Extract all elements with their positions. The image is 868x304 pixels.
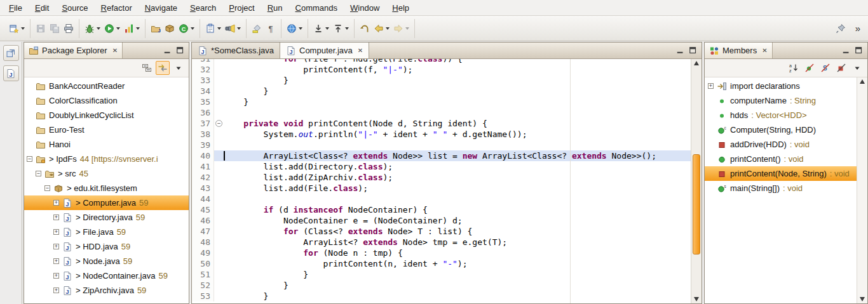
view-menu-button[interactable] (850, 61, 864, 75)
web-browser-dropdown-icon[interactable] (299, 27, 302, 30)
editor-body[interactable]: 31 for (File f : hdd.get(File.class)) {3… (192, 59, 702, 303)
tree-item-computer-java[interactable]: +J> Computer.java59 (24, 195, 189, 210)
code-line-43[interactable]: 43 list.add(File.class); (192, 183, 691, 194)
debug-dropdown-icon[interactable] (97, 27, 100, 30)
tree-item-euro-test[interactable]: Euro-Test (24, 122, 189, 137)
show-whitespace-button[interactable]: ¶ (264, 22, 278, 36)
web-browser-button[interactable] (285, 22, 304, 36)
new-wizard-dropdown-icon[interactable] (21, 27, 25, 30)
link-with-editor-button[interactable] (156, 61, 170, 75)
package-explorer-tab[interactable]: Package Explorer ✕ (24, 43, 123, 58)
new-wizard-button[interactable] (7, 22, 27, 36)
minimize-icon[interactable] (841, 45, 852, 56)
next-annotation-dropdown-icon[interactable] (325, 27, 329, 30)
print-button[interactable] (62, 22, 76, 36)
maximize-icon[interactable] (175, 45, 186, 56)
code-line-53[interactable]: 53 } (192, 291, 691, 301)
member-item-adddrive-hdd[interactable]: addDrive(HDD) : void (705, 137, 857, 152)
new-package-button[interactable] (163, 22, 177, 36)
member-item-main-string[interactable]: smain(String[]) : void (705, 181, 857, 195)
new-java-project-button[interactable]: J (149, 22, 163, 36)
restore-views-button[interactable] (3, 45, 19, 61)
tree-item-node-java[interactable]: +J> Node.java59 (24, 254, 189, 268)
search-button[interactable] (223, 22, 243, 36)
editor-tab-computer-java[interactable]: JComputer.java✕ (280, 43, 369, 58)
tree-item-edu-kit-filesystem[interactable]: −> edu.kit.filesystem (24, 181, 189, 195)
tree-item-ipdfs[interactable]: −> IpdFs44 [https://svnserver.i (24, 152, 189, 166)
code-line-47[interactable]: 47 for (Class<? extends Node> T : list) … (192, 226, 691, 237)
collapse-icon[interactable]: − (27, 156, 32, 162)
maximize-icon[interactable] (688, 45, 699, 56)
members-tab[interactable]: Members ✕ (705, 43, 773, 58)
code-line-38[interactable]: 38 System.out.println("|-" + ident + " "… (192, 129, 691, 140)
member-item-printcontent-node-string[interactable]: printContent(Node, String) : void (705, 166, 857, 181)
toolbar-overflow-chevron[interactable]: » (853, 22, 863, 35)
menu-run[interactable]: Run (261, 1, 289, 15)
expand-icon[interactable]: + (53, 215, 59, 220)
previous-annotation-dropdown-icon[interactable] (345, 27, 349, 30)
expand-icon[interactable]: + (53, 244, 59, 249)
code-line-49[interactable]: 49 for (Node n : tmp) { (192, 248, 691, 258)
menu-edit[interactable]: Edit (29, 1, 55, 15)
hide-static-button[interactable]: S (818, 61, 832, 75)
toggle-mark-occurrences-button[interactable] (250, 22, 264, 36)
code-line-32[interactable]: 32 printContent(f, "|-"); (192, 64, 691, 75)
coverage-dropdown-icon[interactable] (136, 27, 140, 30)
code-line-35[interactable]: 35 } (192, 96, 691, 107)
code-line-41[interactable]: 41 list.add(Directory.class); (192, 161, 691, 172)
scroll-up-icon[interactable] (694, 61, 699, 65)
new-class-button[interactable]: C (177, 22, 196, 36)
scrollbar-thumb[interactable] (693, 154, 700, 254)
minimize-icon[interactable] (675, 45, 686, 56)
java-editor-button[interactable]: J (3, 65, 19, 81)
code-line-48[interactable]: 48 ArrayList<? extends Node> tmp = e.get… (192, 237, 691, 248)
collapse-icon[interactable]: − (36, 171, 41, 176)
open-task-button[interactable] (203, 22, 223, 36)
close-icon[interactable]: ✕ (760, 47, 767, 54)
new-class-dropdown-icon[interactable] (191, 27, 194, 30)
code-line-36[interactable]: 36 (192, 107, 691, 118)
expand-icon[interactable]: + (53, 258, 59, 264)
tree-item-ziparchiv-java[interactable]: +J> ZipArchiv.java59 (24, 283, 189, 298)
scroll-down-icon[interactable] (860, 297, 865, 301)
menu-help[interactable]: Help (386, 1, 416, 15)
back-button[interactable] (372, 22, 391, 36)
menu-window[interactable]: Window (344, 1, 386, 15)
code-line-33[interactable]: 33 } (192, 75, 691, 86)
expand-icon[interactable]: + (53, 229, 59, 235)
menu-source[interactable]: Source (55, 1, 94, 15)
code-line-50[interactable]: 50 printContent(n, ident + "-"); (192, 258, 691, 269)
view-menu-button[interactable] (172, 61, 186, 75)
code-line-37[interactable]: 37− private void printContent(Node d, St… (192, 118, 691, 129)
tree-item-directory-java[interactable]: +J> Directory.java59 (24, 210, 189, 225)
close-icon[interactable]: ✕ (356, 47, 363, 54)
tree-item-hanoi[interactable]: Hanoi (24, 137, 189, 152)
tree-item-doublylinkedcycliclist[interactable]: DoublyLinkedCyclicList (24, 108, 189, 122)
expand-icon[interactable]: + (53, 200, 59, 206)
collapse-all-button[interactable] (140, 61, 154, 75)
run-button[interactable] (102, 22, 122, 36)
code-line-51[interactable]: 51 } (192, 269, 691, 280)
menu-navigate[interactable]: Navigate (139, 1, 184, 15)
code-line-31[interactable]: 31 for (File f : hdd.get(File.class)) { (192, 59, 691, 64)
hide-non-public-button[interactable] (834, 61, 848, 75)
pin-editor-button[interactable] (834, 22, 848, 36)
member-item-computer-string-hdd[interactable]: cComputer(String, HDD) (705, 122, 857, 137)
menu-commands[interactable]: Commands (289, 1, 344, 15)
code-line-39[interactable]: 39 (192, 140, 691, 150)
tree-item-bankaccountreader[interactable]: BankAccountReader (24, 79, 189, 93)
members-scrollbar[interactable] (857, 77, 867, 303)
coverage-button[interactable] (122, 22, 142, 36)
fold-collapse-icon[interactable]: − (215, 120, 222, 127)
scroll-down-icon[interactable] (694, 297, 699, 301)
collapse-icon[interactable]: − (44, 185, 50, 191)
member-item-computername[interactable]: computerName : String (705, 93, 857, 108)
tree-item-hdd-java[interactable]: +J> HDD.java59 (24, 239, 189, 254)
member-item-printcontent[interactable]: printContent() : void (705, 152, 857, 166)
sort-button[interactable]: az (787, 61, 801, 75)
forward-dropdown-icon[interactable] (405, 27, 409, 30)
hide-fields-button[interactable] (803, 61, 817, 75)
expand-icon[interactable]: + (708, 83, 714, 89)
previous-annotation-button[interactable] (331, 22, 351, 36)
last-edit-location-button[interactable] (358, 22, 372, 36)
